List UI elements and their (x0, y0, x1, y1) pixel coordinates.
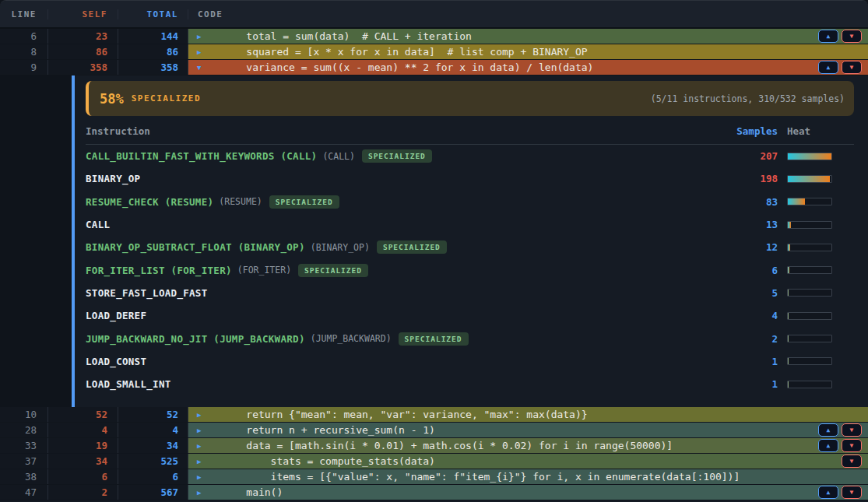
heat-bar (787, 198, 832, 205)
code-row: 3734525▶ stats = compute_stats(data)▼ (0, 454, 868, 469)
code-cell[interactable]: ▶ items = [{"value": x, "name": f"item_{… (188, 469, 868, 484)
code-row: 331934▶ data = [math.sin(i * 0.01) + mat… (0, 438, 868, 454)
panel-content: 58% SPECIALIZED (5/11 instructions, 310/… (75, 75, 868, 407)
code-cell[interactable]: ▶ return n + recursive_sum(n - 1)▲▼ (188, 423, 868, 437)
code-row: 9358358▼ variance = sum((x - mean) ** 2 … (0, 60, 868, 75)
heat-bar (787, 244, 832, 251)
row-nav-buttons: ▲▼ (818, 439, 862, 452)
instruction-name: JUMP_BACKWARD_NO_JIT (JUMP_BACKWARD) (86, 333, 305, 345)
specialized-badge: SPECIALIZED (362, 149, 432, 163)
code-cell[interactable]: ▶ main()▲▼ (188, 485, 868, 500)
line-number: 28 (0, 423, 48, 437)
jump-up-button[interactable]: ▲ (818, 61, 838, 74)
samples-count: 4 (684, 310, 778, 321)
code-text: main() (222, 485, 283, 500)
instruction-row: LOAD_CONST1 (86, 350, 854, 373)
self-samples: 52 (48, 407, 118, 422)
row-nav-buttons: ▲▼ (818, 61, 862, 74)
code-row: 3866▶ items = [{"value": x, "name": f"it… (0, 469, 868, 485)
jump-down-button[interactable]: ▼ (842, 455, 862, 468)
heat-bar (787, 312, 832, 320)
expand-expander-icon[interactable]: ▶ (197, 473, 208, 481)
code-text: total = sum(data) # CALL + iteration (222, 29, 472, 44)
code-row: 623144▶ total = sum(data) # CALL + itera… (0, 29, 868, 44)
total-samples: 34 (118, 438, 188, 453)
heat-bar-fill (788, 381, 789, 388)
code-cell[interactable]: ▶ stats = compute_stats(data)▼ (188, 454, 868, 469)
code-text: return {"mean": mean, "var": variance, "… (222, 407, 588, 422)
collapse-expander-icon[interactable]: ▼ (197, 64, 208, 72)
expand-expander-icon[interactable]: ▶ (197, 427, 208, 434)
instruction-row: BINARY_OP198 (86, 167, 854, 190)
total-samples: 144 (118, 29, 188, 44)
instruction-name: RESUME_CHECK (RESUME) (86, 196, 213, 208)
specialized-badge: SPECIALIZED (377, 240, 447, 254)
self-samples: 2 (48, 485, 118, 500)
heat-bar (787, 266, 832, 274)
column-header-line: LINE (0, 9, 48, 19)
jump-up-button[interactable]: ▲ (818, 439, 838, 452)
heat-bar-fill (788, 267, 789, 273)
instruction-row: RESUME_CHECK (RESUME)(RESUME)SPECIALIZED… (86, 191, 854, 213)
jump-up-button[interactable]: ▲ (818, 486, 838, 499)
instruction-row: JUMP_BACKWARD_NO_JIT (JUMP_BACKWARD)(JUM… (86, 327, 854, 349)
expand-expander-icon[interactable]: ▶ (197, 411, 208, 419)
specialized-label: SPECIALIZED (132, 93, 201, 104)
specialized-percent: 58% (100, 91, 124, 107)
line-number: 10 (0, 407, 48, 422)
code-text: data = [math.sin(i * 0.01) + math.cos(i … (222, 438, 673, 453)
line-number: 9 (0, 60, 48, 75)
code-cell[interactable]: ▶ data = [math.sin(i * 0.01) + math.cos(… (188, 438, 868, 453)
jump-down-button[interactable]: ▼ (842, 30, 862, 43)
instruction-base-name: (BINARY_OP) (311, 242, 370, 253)
heat-bar-fill (788, 176, 830, 182)
samples-count: 207 (684, 150, 778, 162)
total-samples: 6 (118, 469, 188, 484)
instruction-row: STORE_FAST_LOAD_FAST5 (86, 282, 854, 304)
self-samples: 4 (48, 423, 118, 437)
heat-bar-fill (788, 290, 789, 296)
heat-bar-fill (788, 198, 805, 205)
samples-count: 198 (684, 173, 778, 184)
code-cell[interactable]: ▶ total = sum(data) # CALL + iteration▲▼ (188, 29, 868, 44)
column-header-samples: Samples (684, 125, 778, 137)
specialization-detail: (5/11 instructions, 310/532 samples) (651, 93, 845, 104)
instruction-name: CALL_BUILTIN_FAST_WITH_KEYWORDS (CALL) (86, 150, 317, 162)
expand-expander-icon[interactable]: ▶ (197, 489, 208, 497)
jump-down-button[interactable]: ▼ (842, 423, 862, 437)
samples-count: 1 (684, 378, 778, 390)
jump-up-button[interactable]: ▲ (818, 423, 838, 437)
code-cell[interactable]: ▶ squared = [x * x for x in data] # list… (188, 44, 868, 59)
total-samples: 525 (118, 454, 188, 469)
jump-up-button[interactable]: ▲ (818, 30, 838, 43)
jump-down-button[interactable]: ▼ (842, 486, 862, 499)
instruction-name: LOAD_CONST (86, 356, 146, 367)
expand-expander-icon[interactable]: ▶ (197, 48, 208, 56)
heat-bar-fill (788, 335, 789, 342)
total-samples: 52 (118, 407, 188, 422)
code-row: 2844▶ return n + recursive_sum(n - 1)▲▼ (0, 423, 868, 438)
expand-expander-icon[interactable]: ▶ (197, 458, 208, 465)
instruction-row: BINARY_OP_SUBTRACT_FLOAT (BINARY_OP)(BIN… (86, 236, 854, 258)
column-header-self: SELF (48, 9, 118, 19)
instruction-name: LOAD_SMALL_INT (86, 378, 171, 390)
code-cell[interactable]: ▼ variance = sum((x - mean) ** 2 for x i… (188, 60, 868, 75)
self-samples: 358 (48, 60, 118, 75)
expand-expander-icon[interactable]: ▶ (197, 442, 208, 450)
total-samples: 567 (118, 485, 188, 500)
jump-down-button[interactable]: ▼ (842, 61, 862, 74)
code-text: variance = sum((x - mean) ** 2 for x in … (222, 60, 593, 75)
expand-expander-icon[interactable]: ▶ (197, 33, 208, 40)
heat-bar-fill (788, 313, 789, 319)
heat-bar-fill (788, 222, 791, 228)
code-text: return n + recursive_sum(n - 1) (222, 423, 435, 437)
jump-down-button[interactable]: ▼ (842, 439, 862, 452)
heat-bar (787, 289, 832, 297)
samples-count: 13 (684, 219, 778, 230)
code-cell[interactable]: ▶ return {"mean": mean, "var": variance,… (188, 407, 868, 422)
total-samples: 4 (118, 423, 188, 437)
instruction-name: BINARY_OP (86, 173, 140, 184)
heat-bar (787, 381, 832, 388)
samples-count: 6 (684, 265, 778, 276)
heat-bar (787, 335, 832, 342)
